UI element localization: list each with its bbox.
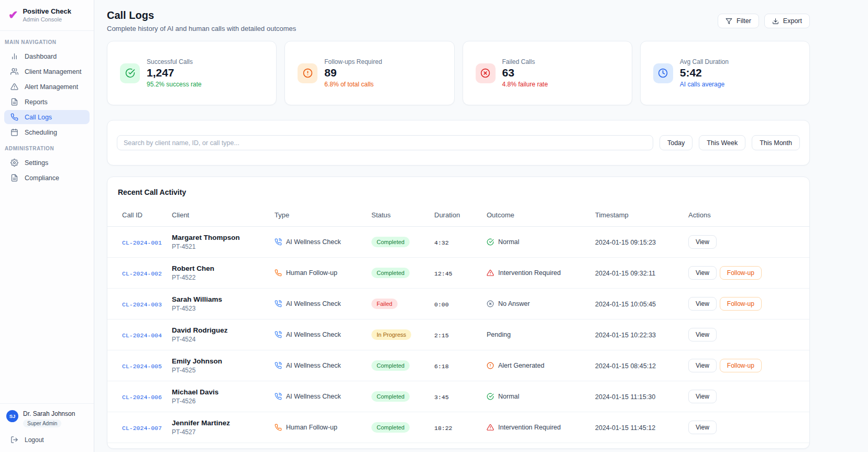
phone-icon [274,424,282,431]
export-button[interactable]: Export [764,14,810,28]
outcome-label: Normal [498,238,519,246]
type-cell-wrap: AI Wellness Check [274,289,371,319]
call-id-link[interactable]: CL-2024-004 [122,332,162,339]
timestamp-cell: 2024-01-15 11:15:30 [595,381,688,412]
sidebar-item-label: Scheduling [25,129,57,136]
timestamp-cell: 2024-01-15 09:32:11 [595,258,688,289]
logout-label: Logout [25,436,44,444]
phone-call-icon [274,238,282,246]
client-id: PT-4521 [172,243,269,250]
export-button-label: Export [783,17,802,25]
sidebar-item-label: Client Management [25,68,81,75]
phone-call-icon [274,331,282,338]
stat-card: Avg Call Duration5:42AI calls average [640,41,810,105]
sidebar-item-scheduling[interactable]: Scheduling [4,125,90,139]
alert-triangle-icon [487,424,494,431]
type-cell-wrap: AI Wellness Check [274,227,371,258]
status-cell: Completed [371,350,434,381]
column-header: Type [274,207,371,227]
call-id-link[interactable]: CL-2024-007 [122,425,162,432]
client-cell: David RodriguezPT-4524 [172,319,274,350]
stat-value: 1,247 [147,67,202,79]
type-cell-wrap: AI Wellness Check [274,350,371,381]
filter-icon [726,18,732,25]
outcome-cell-wrap: Normal [487,227,595,258]
timestamp-cell: 2024-01-15 10:05:45 [595,289,688,319]
call-id-cell: CL-2024-002 [107,258,172,289]
client-name: David Rodriguez [172,326,269,334]
view-button[interactable]: View [688,235,717,249]
client-cell: Robert ChenPT-4522 [172,258,274,289]
stat-label: Avg Call Duration [680,58,729,65]
outcome-label: Intervention Required [498,424,561,431]
view-button[interactable]: View [688,266,717,280]
stat-label: Failed Calls [502,58,548,65]
sidebar-item-call-logs[interactable]: Call Logs [4,110,90,124]
stat-value: 89 [324,67,382,79]
logout-button[interactable]: Logout [6,435,86,447]
sidebar-item-label: Dashboard [25,53,57,60]
phone-call-icon [274,300,282,307]
follow-up-button[interactable]: Follow-up [720,297,762,311]
client-name: Michael Davis [172,388,269,396]
outcome-label: No Answer [498,300,530,307]
call-id-link[interactable]: CL-2024-005 [122,363,162,370]
client-cell: Jennifer MartinezPT-4527 [172,412,274,443]
view-button[interactable]: View [688,390,717,403]
duration-value: 4:32 [434,239,449,246]
sidebar-item-alert-management[interactable]: Alert Management [4,80,90,94]
sidebar-item-reports[interactable]: Reports [4,95,90,109]
outcome-cell-wrap: Normal [487,381,595,412]
gear-icon [10,159,18,167]
view-button[interactable]: View [688,421,717,434]
view-button[interactable]: View [688,297,717,311]
client-cell: Michael DavisPT-4526 [172,381,274,412]
brand-check-icon: ✔ [8,9,18,21]
status-badge: Completed [371,360,410,371]
range-button-today[interactable]: Today [660,135,693,150]
call-id-link[interactable]: CL-2024-001 [122,239,162,246]
duration-value: 2:15 [434,332,449,339]
call-id-link[interactable]: CL-2024-003 [122,301,162,308]
filter-panel: TodayThis WeekThis Month [107,120,810,166]
timestamp-value: 2024-01-15 10:05:45 [595,301,656,308]
actions-cell: ViewFollow-up [688,258,809,289]
sidebar: ✔ Positive Check Admin Console MAIN NAVI… [0,0,94,452]
search-input[interactable] [117,135,653,150]
stat-icon-box [120,63,140,83]
sidebar-item-client-management[interactable]: Client Management [4,64,90,79]
brand-name: Positive Check [23,7,71,15]
filter-button-label: Filter [737,17,751,25]
call-id-link[interactable]: CL-2024-006 [122,394,162,401]
call-activity-panel: Recent Call Activity Call IDClientTypeSt… [107,177,810,449]
view-button[interactable]: View [688,328,717,341]
clock-icon [658,68,668,78]
timestamp-cell: 2024-01-15 09:15:23 [595,227,688,258]
page-subtitle: Complete history of AI and human calls w… [107,25,296,32]
view-button[interactable]: View [688,359,717,372]
stat-label: Follow-ups Required [324,58,382,65]
sidebar-user-panel: SJ Dr. Sarah Johnson Super Admin Logout [0,403,94,452]
stat-texts: Successful Calls1,24795.2% success rate [147,58,202,88]
sidebar-item-dashboard[interactable]: Dashboard [4,49,90,63]
sidebar-item-compliance[interactable]: Compliance [4,171,90,185]
duration-value: 12:45 [434,270,453,277]
range-button-this-week[interactable]: This Week [699,135,745,150]
column-header: Status [371,207,434,227]
timestamp-cell: 2024-01-15 10:22:33 [595,319,688,350]
table-row: CL-2024-005Emily JohnsonPT-4525AI Wellne… [107,350,809,381]
sidebar-item-settings[interactable]: Settings [4,156,90,170]
range-button-this-month[interactable]: This Month [752,135,800,150]
client-id: PT-4523 [172,305,269,312]
calendar-icon [10,128,18,136]
call-id-cell: CL-2024-001 [107,227,172,258]
call-id-link[interactable]: CL-2024-002 [122,270,162,277]
filter-button[interactable]: Filter [718,14,759,28]
actions-cell: ViewFollow-up [688,289,809,319]
type-cell-wrap: Human Follow-up [274,258,371,289]
follow-up-button[interactable]: Follow-up [720,266,762,280]
table-row: CL-2024-004David RodriguezPT-4524AI Well… [107,319,809,350]
follow-up-button[interactable]: Follow-up [720,359,762,372]
status-badge: Completed [371,268,410,278]
sidebar-item-label: Reports [25,98,48,106]
